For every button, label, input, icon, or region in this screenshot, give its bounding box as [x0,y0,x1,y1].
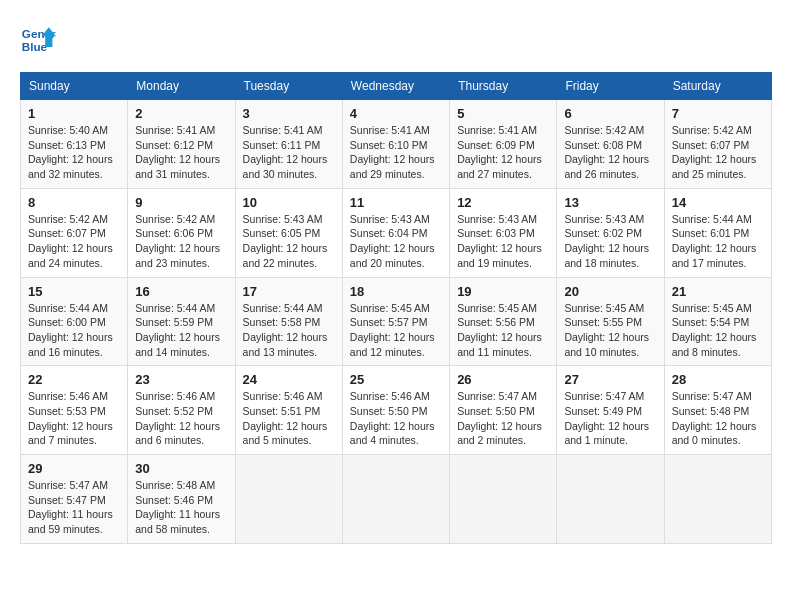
logo-icon: General Blue [20,20,56,56]
day-number: 21 [672,284,764,299]
logo: General Blue [20,20,62,56]
calendar-cell: 13Sunrise: 5:43 AM Sunset: 6:02 PM Dayli… [557,188,664,277]
day-info: Sunrise: 5:48 AM Sunset: 5:46 PM Dayligh… [135,478,227,537]
calendar-cell: 6Sunrise: 5:42 AM Sunset: 6:08 PM Daylig… [557,100,664,189]
calendar-cell [664,455,771,544]
page-header: General Blue [20,20,772,56]
weekday-header-monday: Monday [128,73,235,100]
calendar-cell: 18Sunrise: 5:45 AM Sunset: 5:57 PM Dayli… [342,277,449,366]
day-info: Sunrise: 5:43 AM Sunset: 6:04 PM Dayligh… [350,212,442,271]
day-number: 1 [28,106,120,121]
day-info: Sunrise: 5:41 AM Sunset: 6:11 PM Dayligh… [243,123,335,182]
day-number: 9 [135,195,227,210]
calendar-cell: 5Sunrise: 5:41 AM Sunset: 6:09 PM Daylig… [450,100,557,189]
day-number: 14 [672,195,764,210]
weekday-header-thursday: Thursday [450,73,557,100]
calendar-cell: 20Sunrise: 5:45 AM Sunset: 5:55 PM Dayli… [557,277,664,366]
calendar-cell [235,455,342,544]
day-info: Sunrise: 5:47 AM Sunset: 5:47 PM Dayligh… [28,478,120,537]
day-number: 19 [457,284,549,299]
day-number: 18 [350,284,442,299]
day-number: 23 [135,372,227,387]
calendar-cell [450,455,557,544]
day-number: 25 [350,372,442,387]
day-number: 13 [564,195,656,210]
day-info: Sunrise: 5:44 AM Sunset: 5:59 PM Dayligh… [135,301,227,360]
day-number: 24 [243,372,335,387]
day-info: Sunrise: 5:40 AM Sunset: 6:13 PM Dayligh… [28,123,120,182]
calendar-cell: 7Sunrise: 5:42 AM Sunset: 6:07 PM Daylig… [664,100,771,189]
calendar-cell [557,455,664,544]
day-number: 28 [672,372,764,387]
day-info: Sunrise: 5:43 AM Sunset: 6:03 PM Dayligh… [457,212,549,271]
calendar-cell: 2Sunrise: 5:41 AM Sunset: 6:12 PM Daylig… [128,100,235,189]
day-number: 26 [457,372,549,387]
day-info: Sunrise: 5:45 AM Sunset: 5:57 PM Dayligh… [350,301,442,360]
weekday-header-saturday: Saturday [664,73,771,100]
calendar-cell: 8Sunrise: 5:42 AM Sunset: 6:07 PM Daylig… [21,188,128,277]
calendar-cell: 22Sunrise: 5:46 AM Sunset: 5:53 PM Dayli… [21,366,128,455]
calendar-cell: 23Sunrise: 5:46 AM Sunset: 5:52 PM Dayli… [128,366,235,455]
day-info: Sunrise: 5:43 AM Sunset: 6:05 PM Dayligh… [243,212,335,271]
calendar-cell: 21Sunrise: 5:45 AM Sunset: 5:54 PM Dayli… [664,277,771,366]
calendar-cell: 4Sunrise: 5:41 AM Sunset: 6:10 PM Daylig… [342,100,449,189]
calendar-cell: 19Sunrise: 5:45 AM Sunset: 5:56 PM Dayli… [450,277,557,366]
day-info: Sunrise: 5:41 AM Sunset: 6:09 PM Dayligh… [457,123,549,182]
calendar-cell: 29Sunrise: 5:47 AM Sunset: 5:47 PM Dayli… [21,455,128,544]
day-info: Sunrise: 5:45 AM Sunset: 5:56 PM Dayligh… [457,301,549,360]
day-number: 7 [672,106,764,121]
day-info: Sunrise: 5:47 AM Sunset: 5:48 PM Dayligh… [672,389,764,448]
day-info: Sunrise: 5:46 AM Sunset: 5:50 PM Dayligh… [350,389,442,448]
day-info: Sunrise: 5:43 AM Sunset: 6:02 PM Dayligh… [564,212,656,271]
day-info: Sunrise: 5:44 AM Sunset: 5:58 PM Dayligh… [243,301,335,360]
calendar-cell: 28Sunrise: 5:47 AM Sunset: 5:48 PM Dayli… [664,366,771,455]
day-number: 29 [28,461,120,476]
weekday-header-wednesday: Wednesday [342,73,449,100]
day-number: 6 [564,106,656,121]
calendar-cell: 25Sunrise: 5:46 AM Sunset: 5:50 PM Dayli… [342,366,449,455]
day-info: Sunrise: 5:41 AM Sunset: 6:12 PM Dayligh… [135,123,227,182]
calendar-cell: 9Sunrise: 5:42 AM Sunset: 6:06 PM Daylig… [128,188,235,277]
day-info: Sunrise: 5:46 AM Sunset: 5:53 PM Dayligh… [28,389,120,448]
day-info: Sunrise: 5:42 AM Sunset: 6:08 PM Dayligh… [564,123,656,182]
calendar-cell: 16Sunrise: 5:44 AM Sunset: 5:59 PM Dayli… [128,277,235,366]
day-info: Sunrise: 5:47 AM Sunset: 5:50 PM Dayligh… [457,389,549,448]
day-info: Sunrise: 5:46 AM Sunset: 5:51 PM Dayligh… [243,389,335,448]
day-number: 20 [564,284,656,299]
day-info: Sunrise: 5:47 AM Sunset: 5:49 PM Dayligh… [564,389,656,448]
day-number: 22 [28,372,120,387]
day-number: 30 [135,461,227,476]
day-info: Sunrise: 5:45 AM Sunset: 5:54 PM Dayligh… [672,301,764,360]
weekday-header-friday: Friday [557,73,664,100]
day-number: 10 [243,195,335,210]
day-info: Sunrise: 5:42 AM Sunset: 6:06 PM Dayligh… [135,212,227,271]
day-info: Sunrise: 5:44 AM Sunset: 6:00 PM Dayligh… [28,301,120,360]
day-number: 4 [350,106,442,121]
calendar-cell: 12Sunrise: 5:43 AM Sunset: 6:03 PM Dayli… [450,188,557,277]
weekday-header-tuesday: Tuesday [235,73,342,100]
calendar-cell: 17Sunrise: 5:44 AM Sunset: 5:58 PM Dayli… [235,277,342,366]
day-info: Sunrise: 5:42 AM Sunset: 6:07 PM Dayligh… [672,123,764,182]
day-number: 8 [28,195,120,210]
calendar-cell: 3Sunrise: 5:41 AM Sunset: 6:11 PM Daylig… [235,100,342,189]
calendar-table: SundayMondayTuesdayWednesdayThursdayFrid… [20,72,772,544]
calendar-cell: 14Sunrise: 5:44 AM Sunset: 6:01 PM Dayli… [664,188,771,277]
calendar-cell: 24Sunrise: 5:46 AM Sunset: 5:51 PM Dayli… [235,366,342,455]
svg-text:Blue: Blue [22,40,48,53]
calendar-cell: 1Sunrise: 5:40 AM Sunset: 6:13 PM Daylig… [21,100,128,189]
day-number: 15 [28,284,120,299]
day-number: 12 [457,195,549,210]
day-number: 5 [457,106,549,121]
day-info: Sunrise: 5:44 AM Sunset: 6:01 PM Dayligh… [672,212,764,271]
calendar-cell: 10Sunrise: 5:43 AM Sunset: 6:05 PM Dayli… [235,188,342,277]
calendar-cell: 11Sunrise: 5:43 AM Sunset: 6:04 PM Dayli… [342,188,449,277]
day-info: Sunrise: 5:45 AM Sunset: 5:55 PM Dayligh… [564,301,656,360]
calendar-cell: 27Sunrise: 5:47 AM Sunset: 5:49 PM Dayli… [557,366,664,455]
day-info: Sunrise: 5:46 AM Sunset: 5:52 PM Dayligh… [135,389,227,448]
calendar-cell: 26Sunrise: 5:47 AM Sunset: 5:50 PM Dayli… [450,366,557,455]
weekday-header-sunday: Sunday [21,73,128,100]
day-number: 2 [135,106,227,121]
day-number: 11 [350,195,442,210]
day-number: 17 [243,284,335,299]
day-info: Sunrise: 5:42 AM Sunset: 6:07 PM Dayligh… [28,212,120,271]
